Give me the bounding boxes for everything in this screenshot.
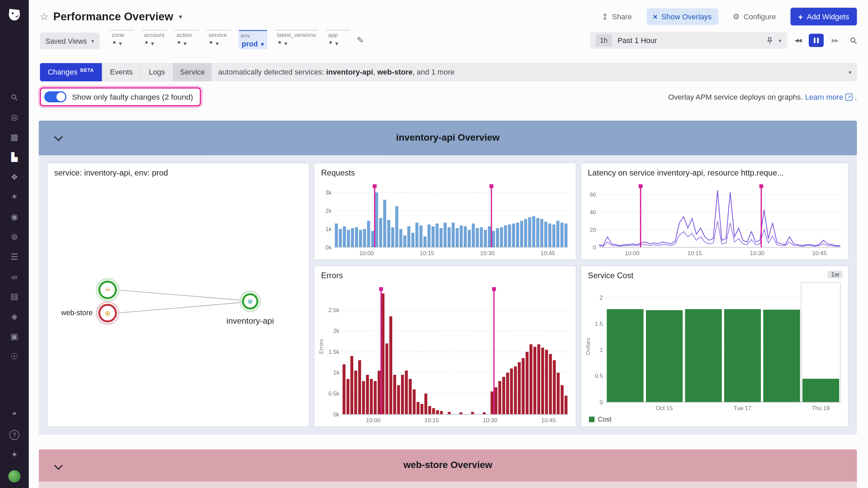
tab-logs-label: Logs [149,68,165,76]
svg-text:10:15: 10:15 [425,417,439,424]
service-selector-chip[interactable]: Service [173,63,212,81]
latency-chart[interactable]: 020406010:0010:1510:3010:45 [583,179,845,257]
rewind-button[interactable]: ◀◀ [795,38,801,43]
plus-icon: + [798,12,803,21]
inventory-api-section-header[interactable]: inventory-api Overview [39,121,857,155]
saved-views-button[interactable]: Saved Views ▾ [40,33,100,49]
filter-label: action [176,32,196,38]
svg-text:1.5: 1.5 [595,320,603,327]
forward-button[interactable]: ▶▶ [832,38,838,43]
apm-icon[interactable]: ❖ [0,167,29,187]
saved-views-label: Saved Views [45,37,87,45]
sidebar-icons: ⚲◎▦▙❖✶◉⊚☰∞▤◈▣☉ [0,87,29,366]
svg-text:10:45: 10:45 [540,250,555,257]
favorite-star-icon[interactable]: ☆ [40,11,49,23]
faulty-changes-toggle[interactable] [44,91,66,102]
user-avatar[interactable] [8,470,20,483]
filter-account[interactable]: account*▾ [142,30,166,49]
edit-variables-icon[interactable]: ✎ [357,35,364,45]
svg-text:0: 0 [599,399,603,406]
monitors-icon[interactable]: ◉ [0,207,29,227]
svg-text:0k: 0k [326,244,332,251]
configure-label: Configure [744,13,776,21]
service-dropdown-chevron-icon[interactable]: ▾ [843,63,857,81]
learn-more-link[interactable]: Learn more [805,93,843,101]
pause-button[interactable] [809,34,824,47]
share-button[interactable]: ↥ Share [601,12,632,21]
inventory-api-widgets: Requests 0k1k2k3k10:0010:1510:3010:45 La… [39,155,857,435]
cost-legend-swatch [589,416,594,422]
show-overlays-button[interactable]: × Show Overlays [646,8,718,25]
filter-action[interactable]: action*▾ [174,30,199,49]
service-cost-chart[interactable]: 00.511.52Oct 15Tue 17Thu 19 [589,282,845,412]
chevron-down-icon: ▾ [151,40,154,46]
service-map-icon[interactable]: ✶ [0,187,29,207]
tab-events[interactable]: Events [102,63,141,81]
collapse-chevron-icon[interactable] [54,133,63,141]
add-widgets-button[interactable]: + Add Widgets [790,8,857,25]
svg-text:10:30: 10:30 [483,417,497,424]
svg-text:10:15: 10:15 [420,250,434,257]
requests-chart[interactable]: 0k1k2k3k10:0010:1510:3010:45 [316,179,573,257]
beta-badge: BETA [80,67,94,73]
filter-env[interactable]: envprod▾ [238,30,267,49]
tab-changes[interactable]: Changes BETA [40,63,102,81]
svg-text:0: 0 [593,244,596,251]
close-icon: × [653,12,657,21]
chat-icon[interactable]: ❝ [0,405,29,425]
logs-icon[interactable]: ☰ [0,247,29,267]
sparkle-icon[interactable]: ✦ [0,445,29,465]
metrics-icon[interactable]: ▙ [0,147,29,167]
configure-button[interactable]: ⚙ Configure [733,12,776,21]
svg-text:10:00: 10:00 [625,250,639,257]
time-chevron-down-icon[interactable]: ▾ [778,37,781,43]
time-range-picker[interactable]: 1h Past 1 Hour ▾ [590,32,787,49]
filter-service[interactable]: service*▾ [206,30,231,49]
pin-icon[interactable] [766,37,773,44]
svg-text:⊕: ⊕ [248,298,253,305]
external-link-icon[interactable]: ↗ [845,93,852,100]
add-widgets-label: Add Widgets [807,13,849,21]
tab-events-label: Events [110,68,133,76]
filter-app[interactable]: app*▾ [326,30,350,49]
chevron-down-icon: ▾ [91,38,94,44]
dashboards-icon[interactable]: ▦ [0,127,29,147]
collapse-chevron-icon[interactable] [54,461,63,470]
tab-logs[interactable]: Logs [141,63,173,81]
synthetics-icon[interactable]: ⊚ [0,227,29,247]
filter-zone[interactable]: zone*▾ [110,30,134,49]
requests-widget: Requests 0k1k2k3k10:0010:1510:3010:45 [314,163,576,260]
error-tracking-icon[interactable]: ☉ [0,346,29,366]
ci-icon[interactable]: ∞ [0,267,29,287]
notebooks-icon[interactable]: ▤ [0,287,29,307]
datadog-logo[interactable] [0,0,29,29]
svg-text:10:30: 10:30 [480,250,495,257]
errors-chart[interactable]: 0k0.5k1k1.5k2k2.5k10:0010:1510:3010:45 [322,282,572,424]
toggle-row: Show only faulty changes (2 found) Overl… [40,86,857,107]
svg-text:10:45: 10:45 [541,417,556,424]
web-store-section-title: web-store Overview [403,460,492,471]
security-icon[interactable]: ◈ [0,306,29,326]
zoom-out-icon[interactable]: ⚲ [848,34,860,46]
title-chevron-down-icon[interactable]: ▾ [179,13,182,21]
help-icon[interactable]: ? [9,430,19,440]
svg-text:10:00: 10:00 [366,417,380,424]
svg-text:2k: 2k [333,327,340,334]
packages-icon[interactable]: ▣ [0,326,29,346]
latency-widget: Latency on service inventory-api, resour… [581,163,849,260]
template-vars: zone*▾account*▾action*▾service*▾envprod▾… [110,30,350,49]
svg-text:3k: 3k [326,189,332,196]
show-overlays-label: Show Overlays [662,13,712,21]
svg-text:60: 60 [590,191,596,198]
service-chip-label: Service [180,68,205,76]
filter-label: zone [112,32,132,38]
datadog-dashboard: ⚲◎▦▙❖✶◉⊚☰∞▤◈▣☉ ❝?✦ ☆ Performance Overvie… [0,0,868,488]
service-cost-widget: Service Cost 1w Dollars 00.511.52Oct 15T… [581,266,849,427]
tab-changes-label: Changes [47,68,77,76]
service-map-canvas[interactable]: ✂⊕⊕web-storeinventory-api [50,180,307,425]
requests-widget-title: Requests [314,163,576,177]
timeframe-badge: 1w [828,270,843,278]
filter-value: * [178,39,180,47]
filter-latest_versions[interactable]: latest_versions*▾ [275,30,318,49]
web-store-section-header[interactable]: web-store Overview [39,449,857,482]
